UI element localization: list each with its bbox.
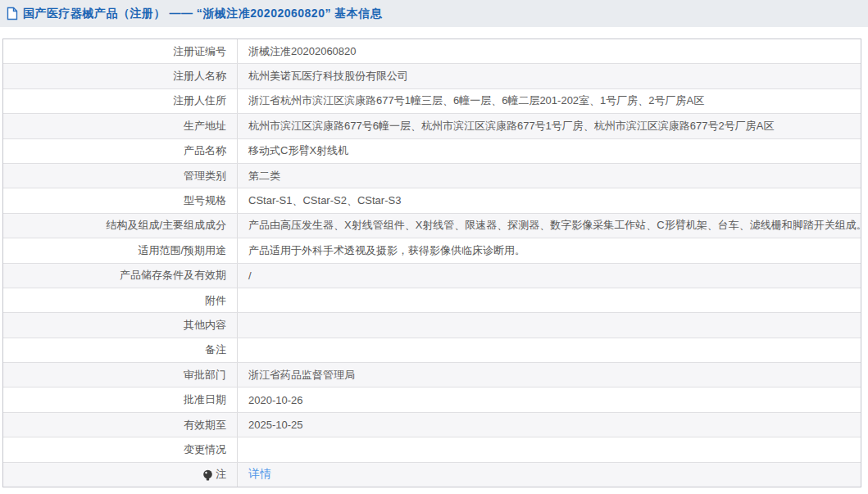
row-label: 批准日期 — [3, 387, 238, 411]
row-label: 变更情况 — [3, 437, 238, 461]
document-icon — [7, 7, 18, 20]
row-value — [238, 437, 861, 461]
row-value: 2020-10-26 — [238, 387, 861, 411]
row-label: 附件 — [3, 288, 238, 312]
row-value: 详情 — [238, 463, 861, 487]
row-label: 管理类别 — [3, 164, 238, 188]
row-value: 浙江省药品监督管理局 — [238, 363, 861, 387]
table-row: 结构及组成/主要组成成分 产品由高压发生器、X射线管组件、X射线管、限速器、探测… — [3, 214, 861, 238]
row-value: 杭州市滨江区滨康路677号6幢一层、杭州市滨江区滨康路677号1号厂房、杭州市滨… — [238, 114, 861, 138]
table-row: 附件 — [3, 288, 861, 313]
row-label: 型号规格 — [3, 188, 238, 212]
row-value: 杭州美诺瓦医疗科技股份有限公司 — [238, 64, 861, 88]
table-row: 注册人名称 杭州美诺瓦医疗科技股份有限公司 — [3, 64, 861, 88]
bulb-icon — [202, 469, 213, 482]
row-value: 浙械注准20202060820 — [238, 39, 861, 63]
row-label: 有效期至 — [3, 413, 238, 437]
details-link[interactable]: 详情 — [248, 467, 271, 482]
table-row: 注册证编号 浙械注准20202060820 — [3, 39, 861, 64]
page-title: 国产医疗器械产品（注册） —— “浙械注准20202060820” 基本信息 — [23, 7, 382, 21]
table-row: 批准日期 2020-10-26 — [3, 387, 861, 412]
table-row: 变更情况 — [3, 437, 861, 462]
row-value: 浙江省杭州市滨江区滨康路677号1幢三层、6幢一层、6幢二层201-202室、1… — [238, 89, 861, 113]
row-value: CStar-S1、CStar-S2、CStar-S3 — [238, 188, 861, 212]
row-label: 产品储存条件及有效期 — [3, 264, 238, 288]
row-value — [238, 313, 861, 337]
table-row: 有效期至 2025-10-25 — [3, 413, 861, 437]
table-row: 审批部门 浙江省药品监督管理局 — [3, 363, 861, 387]
row-label: 注册人住所 — [3, 89, 238, 113]
row-label: 备注 — [3, 338, 238, 362]
table-row: 适用范围/预期用途 产品适用于外科手术透视及摄影，获得影像供临床诊断用。 — [3, 238, 861, 263]
row-label: 结构及组成/主要组成成分 — [3, 214, 238, 238]
row-label: 其他内容 — [3, 313, 238, 337]
row-label: 适用范围/预期用途 — [3, 238, 238, 262]
row-value: 产品适用于外科手术透视及摄影，获得影像供临床诊断用。 — [238, 238, 861, 262]
table-row: 注册人住所 浙江省杭州市滨江区滨康路677号1幢三层、6幢一层、6幢二层201-… — [3, 89, 861, 114]
row-label: 注 — [3, 463, 238, 487]
row-value — [238, 338, 861, 362]
row-value — [238, 288, 861, 312]
table-row: 生产地址 杭州市滨江区滨康路677号6幢一层、杭州市滨江区滨康路677号1号厂房… — [3, 114, 861, 138]
row-label: 审批部门 — [3, 363, 238, 387]
row-label: 产品名称 — [3, 139, 238, 163]
table-row: 注 详情 — [3, 463, 861, 487]
row-label: 注册证编号 — [3, 39, 238, 63]
row-label: 注册人名称 — [3, 64, 238, 88]
table-row: 备注 — [3, 338, 861, 363]
table-row: 型号规格 CStar-S1、CStar-S2、CStar-S3 — [3, 188, 861, 213]
table-row: 其他内容 — [3, 313, 861, 338]
row-value: 第二类 — [238, 164, 861, 188]
row-value: 产品由高压发生器、X射线管组件、X射线管、限速器、探测器、数字影像采集工作站、C… — [238, 214, 861, 238]
page-header: 国产医疗器械产品（注册） —— “浙械注准20202060820” 基本信息 — [0, 0, 868, 27]
row-value: / — [238, 264, 861, 288]
table-row: 产品储存条件及有效期 / — [3, 264, 861, 288]
row-value: 2025-10-25 — [238, 413, 861, 437]
table-row: 产品名称 移动式C形臂X射线机 — [3, 139, 861, 164]
table-row: 管理类别 第二类 — [3, 164, 861, 188]
row-value: 移动式C形臂X射线机 — [238, 139, 861, 163]
info-table: 注册证编号 浙械注准20202060820 注册人名称 杭州美诺瓦医疗科技股份有… — [2, 39, 861, 487]
row-label: 生产地址 — [3, 114, 238, 138]
